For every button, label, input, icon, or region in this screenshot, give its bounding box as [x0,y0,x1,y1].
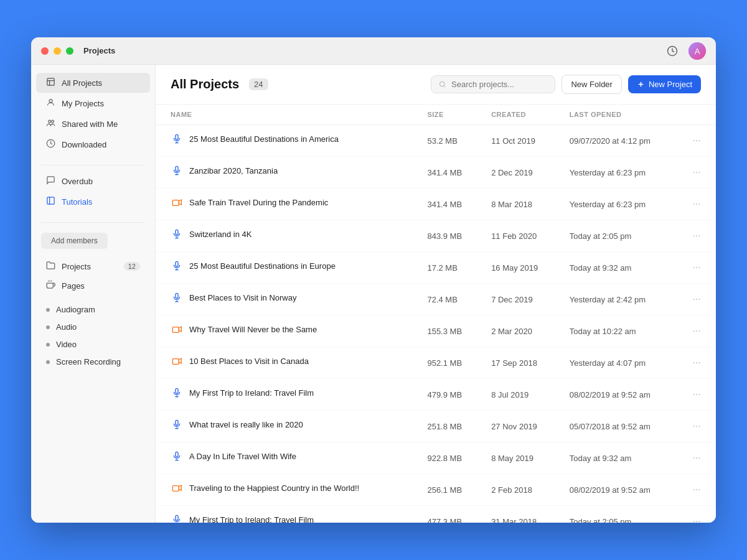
more-menu-button[interactable]: ··· [688,513,706,523]
project-count: 24 [249,78,268,90]
cell-more: ··· [678,252,716,284]
svg-rect-26 [176,230,178,235]
col-actions [678,105,716,125]
table-row[interactable]: Switzerland in 4K 843.9 MB 11 Feb 2020 T… [156,220,716,252]
file-name: Traveling to the Happiest Country in the… [189,483,359,493]
avatar[interactable]: A [688,42,706,60]
cell-name: My First Trip to Ireland: Travel Film [156,506,417,523]
more-menu-button[interactable]: ··· [688,164,706,180]
table-row[interactable]: Best Places to Visit in Norway 72.4 MB 7… [156,284,716,315]
sidebar-item-video[interactable]: Video [36,336,150,353]
svg-rect-39 [176,388,178,393]
cell-created: 2 Mar 2020 [481,315,560,347]
cell-last-opened: Today at 9:32 am [560,252,678,284]
more-menu-button[interactable]: ··· [688,259,706,276]
all-projects-icon [46,77,55,88]
cell-name: Switzerland in 4K [156,220,417,248]
svg-rect-18 [176,134,178,139]
mic-icon [171,513,183,523]
more-menu-button[interactable]: ··· [688,418,706,434]
table-row[interactable]: What travel is really like in 2020 251.8… [156,411,716,442]
more-menu-button[interactable]: ··· [688,355,706,371]
col-last-opened: LAST OPENED [560,105,678,125]
add-members-button[interactable]: Add members [41,233,108,249]
sidebar-item-all-projects[interactable]: All Projects [36,73,150,93]
sidebar-item-my-projects[interactable]: My Projects [36,93,150,113]
cell-size: 479.9 MB [417,379,481,411]
file-name: Safe Train Travel During the Pandemic [189,198,328,207]
file-name: Switzerland in 4K [189,230,251,239]
table-row[interactable]: Why Travel Will Never be the Same 155.3 … [156,315,716,347]
table-row[interactable]: Traveling to the Happiest Country in the… [156,474,716,506]
sidebar-item-projects[interactable]: Projects 12 [36,257,150,276]
cell-created: 8 May 2019 [481,442,560,474]
search-box[interactable] [431,75,555,93]
close-button[interactable] [41,47,49,55]
cell-created: 17 Sep 2018 [481,347,560,379]
table-row[interactable]: My First Trip to Ireland: Travel Film 47… [156,379,716,411]
file-name: 25 Most Beautiful Destinations in Europe [189,261,336,271]
more-menu-button[interactable]: ··· [688,482,706,498]
dot-screen-recording [46,360,50,364]
more-menu-button[interactable]: ··· [688,386,706,403]
sidebar-item-shared[interactable]: Shared with Me [36,114,150,134]
table-row[interactable]: Safe Train Travel During the Pandemic 34… [156,189,716,220]
table-row[interactable]: 25 Most Beautiful Destinations in Europe… [156,252,716,284]
cell-more: ··· [678,506,716,523]
table-row[interactable]: 10 Best Places to Visit in Canada 952.1 … [156,347,716,379]
projects-badge: 12 [124,262,140,271]
sidebar-item-audio[interactable]: Audio [36,319,150,335]
svg-point-7 [49,120,51,123]
mic-icon [171,164,183,177]
new-project-label: New Project [649,80,692,89]
svg-rect-32 [176,293,178,298]
maximize-button[interactable] [66,47,73,55]
cell-name: Safe Train Travel During the Pandemic [156,189,417,216]
table-body: 25 Most Beautiful Destinations in Americ… [156,125,716,523]
more-menu-button[interactable]: ··· [688,228,706,244]
more-menu-button[interactable]: ··· [688,323,706,339]
add-members-label: Add members [51,236,98,245]
projects-table: NAME SIZE CREATED LAST OPENED 25 Most Be… [156,105,716,523]
cam-icon [171,482,183,494]
cell-created: 11 Feb 2020 [481,220,560,252]
table-row[interactable]: 25 Most Beautiful Destinations in Americ… [156,125,716,157]
sidebar-item-pages[interactable]: Pages [36,276,150,295]
svg-point-6 [49,100,52,103]
add-members-container: Add members [31,228,155,256]
new-project-button[interactable]: New Project [628,75,701,93]
new-folder-button[interactable]: New Folder [561,75,621,94]
sidebar-divider-2 [41,222,145,223]
table-row[interactable]: A Day In Life Travel With Wife 922.8 MB … [156,442,716,474]
clock-icon[interactable] [664,42,681,60]
more-menu-button[interactable]: ··· [688,133,706,149]
sidebar-item-audiogram[interactable]: Audiogram [36,301,150,318]
svg-rect-45 [176,452,178,457]
table-row[interactable]: Zanzibar 2020, Tanzania 341.4 MB 2 Dec 2… [156,157,716,189]
mic-icon [171,291,183,304]
file-name: 10 Best Places to Visit in Canada [189,357,309,366]
sidebar-item-screen-recording[interactable]: Screen Recording [36,353,150,370]
cell-name: A Day In Life Travel With Wife [156,442,417,470]
sidebar: All Projects My Projects Shared with Me [31,65,156,523]
cell-size: 922.8 MB [417,442,481,474]
content-area: All Projects 24 New Folder New Project [156,65,716,523]
sidebar-tools-section: Overdub Tutorials [31,170,155,212]
more-menu-button[interactable]: ··· [688,450,706,466]
svg-rect-29 [176,261,178,266]
minimize-button[interactable] [54,47,61,55]
more-menu-button[interactable]: ··· [688,291,706,307]
sidebar-workspace-section: Projects 12 Pages [31,256,155,296]
more-menu-button[interactable]: ··· [688,196,706,212]
svg-rect-50 [176,515,178,520]
content-header: All Projects 24 New Folder New Project [156,65,716,105]
cell-size: 341.4 MB [417,189,481,220]
sidebar-label-screen-recording: Screen Recording [56,357,121,366]
sidebar-item-downloaded[interactable]: Downloaded [36,134,150,154]
sidebar-item-tutorials[interactable]: Tutorials [36,192,150,212]
table-row[interactable]: My First Trip to Ireland: Travel Film 47… [156,506,716,523]
svg-rect-21 [176,166,178,171]
sidebar-item-overdub[interactable]: Overdub [36,171,150,191]
search-input[interactable] [451,80,547,89]
mic-icon [171,228,183,240]
